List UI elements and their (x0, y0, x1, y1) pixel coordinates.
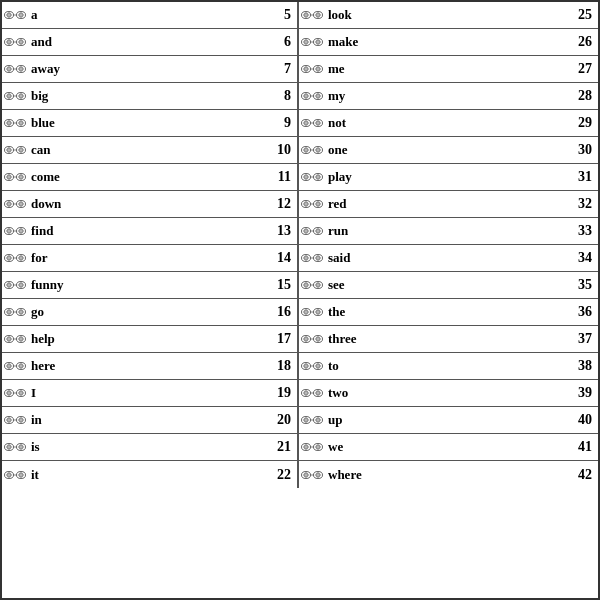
word-list-table: a 5 look 25 (0, 0, 600, 600)
left-cell: is 21 (2, 434, 299, 460)
candy-icon-left (4, 61, 26, 77)
table-row: come 11 play 31 (2, 164, 598, 191)
left-cell: and 6 (2, 29, 299, 55)
right-cell: run 33 (299, 218, 598, 244)
candy-icon-left (4, 142, 26, 158)
right-cell: make 26 (299, 29, 598, 55)
left-num: 11 (267, 169, 295, 185)
right-num: 31 (568, 169, 596, 185)
left-word: go (29, 304, 267, 320)
right-word: to (326, 358, 568, 374)
candy-icon-right (301, 61, 323, 77)
right-cell: said 34 (299, 245, 598, 271)
left-num: 9 (267, 115, 295, 131)
candy-icon-right (301, 223, 323, 239)
left-word: can (29, 142, 267, 158)
candy-icon-left (4, 385, 26, 401)
candy-icon-left (4, 7, 26, 23)
left-word: come (29, 169, 267, 185)
left-cell: go 16 (2, 299, 299, 325)
candy-icon-right (301, 385, 323, 401)
left-num: 6 (267, 34, 295, 50)
right-cell: three 37 (299, 326, 598, 352)
candy-icon-right (301, 115, 323, 131)
right-num: 37 (568, 331, 596, 347)
right-word: said (326, 250, 568, 266)
right-cell: the 36 (299, 299, 598, 325)
left-word: a (29, 7, 267, 23)
left-word: it (29, 467, 267, 483)
left-cell: blue 9 (2, 110, 299, 136)
candy-icon-right (301, 439, 323, 455)
right-num: 39 (568, 385, 596, 401)
table-row: is 21 we 41 (2, 434, 598, 461)
candy-icon-left (4, 467, 26, 483)
left-word: and (29, 34, 267, 50)
candy-icon-left (4, 439, 26, 455)
candy-icon-right (301, 358, 323, 374)
right-cell: me 27 (299, 56, 598, 82)
table-row: away 7 me 27 (2, 56, 598, 83)
right-num: 35 (568, 277, 596, 293)
right-cell: where 42 (299, 461, 598, 488)
candy-icon-right (301, 250, 323, 266)
left-cell: in 20 (2, 407, 299, 433)
table-row: can 10 one 30 (2, 137, 598, 164)
left-cell: help 17 (2, 326, 299, 352)
candy-icon-left (4, 34, 26, 50)
right-word: make (326, 34, 568, 50)
right-cell: my 28 (299, 83, 598, 109)
right-cell: one 30 (299, 137, 598, 163)
right-num: 28 (568, 88, 596, 104)
candy-icon-right (301, 467, 323, 483)
table-row: big 8 my 28 (2, 83, 598, 110)
left-num: 17 (267, 331, 295, 347)
candy-icon-left (4, 115, 26, 131)
left-num: 15 (267, 277, 295, 293)
left-num: 13 (267, 223, 295, 239)
right-num: 26 (568, 34, 596, 50)
table-row: blue 9 not 29 (2, 110, 598, 137)
left-cell: find 13 (2, 218, 299, 244)
table-row: here 18 to 38 (2, 353, 598, 380)
right-word: the (326, 304, 568, 320)
left-num: 8 (267, 88, 295, 104)
candy-icon-right (301, 142, 323, 158)
right-word: up (326, 412, 568, 428)
table-row: help 17 three 37 (2, 326, 598, 353)
right-num: 29 (568, 115, 596, 131)
candy-icon-right (301, 304, 323, 320)
left-num: 19 (267, 385, 295, 401)
left-num: 10 (267, 142, 295, 158)
candy-icon-left (4, 88, 26, 104)
candy-icon-right (301, 331, 323, 347)
left-cell: can 10 (2, 137, 299, 163)
right-word: look (326, 7, 568, 23)
left-cell: down 12 (2, 191, 299, 217)
right-cell: we 41 (299, 434, 598, 460)
candy-icon-left (4, 223, 26, 239)
right-word: where (326, 467, 568, 483)
right-word: red (326, 196, 568, 212)
left-num: 18 (267, 358, 295, 374)
candy-icon-left (4, 331, 26, 347)
candy-icon-left (4, 250, 26, 266)
right-cell: not 29 (299, 110, 598, 136)
left-num: 14 (267, 250, 295, 266)
right-num: 34 (568, 250, 596, 266)
candy-icon-left (4, 412, 26, 428)
right-num: 38 (568, 358, 596, 374)
right-cell: see 35 (299, 272, 598, 298)
right-word: play (326, 169, 568, 185)
left-num: 22 (267, 467, 295, 483)
left-num: 20 (267, 412, 295, 428)
table-row: down 12 red 32 (2, 191, 598, 218)
left-word: funny (29, 277, 267, 293)
table-row: and 6 make 26 (2, 29, 598, 56)
right-word: my (326, 88, 568, 104)
right-word: me (326, 61, 568, 77)
candy-icon-right (301, 412, 323, 428)
right-cell: up 40 (299, 407, 598, 433)
right-word: see (326, 277, 568, 293)
right-cell: play 31 (299, 164, 598, 190)
